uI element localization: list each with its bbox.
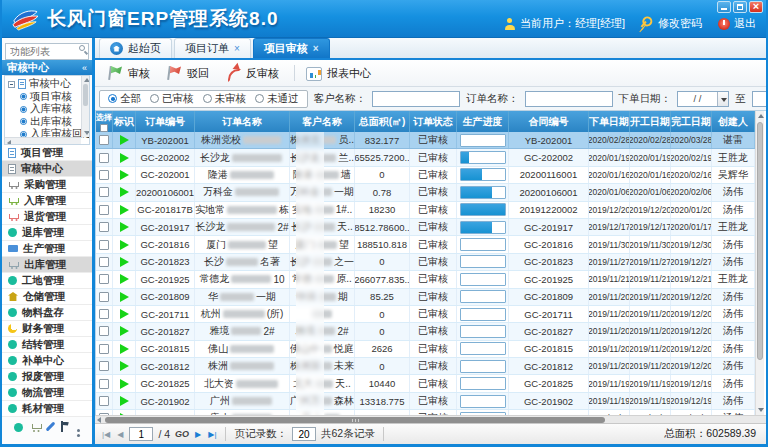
tree-scroll-thumb[interactable]	[83, 84, 88, 106]
scroll-left-icon[interactable]	[97, 417, 101, 423]
row-checkbox[interactable]	[99, 170, 109, 180]
row-checkbox[interactable]	[99, 205, 109, 215]
reports-button[interactable]: 报表中心	[302, 63, 379, 83]
table-row[interactable]: GC-202002长沙龙长沙龙兰..65525.7200..已审核GC-2020…	[96, 149, 755, 166]
sidebar-item-仓储管理[interactable]: 仓储管理	[2, 289, 92, 305]
go-button[interactable]: GO	[175, 429, 189, 439]
maximize-icon[interactable]	[733, 1, 747, 13]
table-row[interactable]: GC-201827雅境2#雅境2#0已审核GC-2018272019/11/20…	[96, 323, 755, 340]
grid-scroll-thumb[interactable]	[757, 122, 763, 360]
sidebar-item-审核中心[interactable]: 审核中心	[2, 161, 92, 177]
tree-horizontal-scrollbar[interactable]	[5, 137, 81, 144]
table-row[interactable]: YB-202001株洲党校株洲党员..832.177已审核YB-20200120…	[96, 132, 755, 149]
sidebar-item-报废管理[interactable]: 报废管理	[2, 369, 92, 385]
footer-edit-pen-icon[interactable]	[49, 418, 52, 436]
minimize-icon[interactable]	[717, 1, 731, 13]
tree-collapse-icon[interactable]	[8, 81, 15, 88]
scroll-down-icon[interactable]	[758, 408, 764, 412]
grid-hscroll-thumb[interactable]	[105, 417, 605, 423]
table-row[interactable]: GC-201812株洲株洲国未来0已审核GC-2018122019/11/202…	[96, 358, 755, 375]
row-checkbox[interactable]	[99, 292, 109, 302]
sidebar-item-出库管理[interactable]: 出库管理	[2, 257, 92, 273]
row-checkbox[interactable]	[99, 326, 109, 336]
sidebar-item-财务管理[interactable]: 财务管理	[2, 321, 92, 337]
next-page-button[interactable]	[194, 430, 202, 439]
sidebar-item-入库管理[interactable]: 入库管理	[2, 193, 92, 209]
footer-purchase-cart-icon[interactable]	[31, 418, 42, 436]
table-row[interactable]: GC-201816厦门望厦门望188510.818已审核GC-201816201…	[96, 236, 755, 253]
row-checkbox[interactable]	[99, 240, 109, 250]
table-row[interactable]: 20200106001万科金万科金一期0.78已审核20200106001202…	[96, 184, 755, 201]
tree-item-出库审核[interactable]: 出库审核	[8, 116, 80, 129]
tree-item-入库审核[interactable]: 入库审核	[8, 103, 80, 116]
prev-page-button[interactable]	[116, 430, 124, 439]
footer-more-icon[interactable]	[77, 418, 80, 436]
order-date-from-picker[interactable]: / /	[677, 91, 729, 107]
tab-orders[interactable]: 项目订单×	[174, 38, 251, 58]
radio-未通过[interactable]: 未通过	[255, 92, 299, 106]
sidebar-item-退库管理[interactable]: 退库管理	[2, 225, 92, 241]
close-icon[interactable]	[749, 1, 763, 13]
customer-name-input[interactable]	[372, 91, 460, 107]
table-row[interactable]: GC-201823长沙名著长沙之一0已审核GC-2018232019/11/27…	[96, 254, 755, 271]
table-row[interactable]: GC-201815佛山佛山中悦庭2626已审核GC-2018152019/11/…	[96, 341, 755, 358]
reject-button[interactable]: 驳回	[162, 63, 217, 83]
logout-button[interactable]: 退出	[718, 16, 756, 31]
table-row[interactable]: GC-202001隆港隆港墙0已审核202001160012020/01/162…	[96, 167, 755, 184]
scroll-up-icon[interactable]	[84, 78, 90, 82]
tree-root-item[interactable]: 审核中心	[8, 78, 80, 91]
tab-close-icon[interactable]: ×	[234, 44, 240, 54]
audit-button[interactable]: 审核	[103, 63, 158, 83]
table-row[interactable]: GC-201825北大资北大天..10440已审核GC-2018252019/1…	[96, 375, 755, 392]
table-row[interactable]: GC-201809华一期华润期85.25已审核GC-2018092019/11/…	[96, 289, 755, 306]
sidebar-panel-header[interactable]: 审核中心 «	[2, 60, 92, 75]
last-page-button[interactable]	[207, 430, 217, 439]
calendar-dropdown-icon[interactable]	[717, 92, 728, 106]
radio-已审核[interactable]: 已审核	[150, 92, 194, 106]
tree-item-项目审核[interactable]: 项目审核	[8, 91, 80, 104]
page-number-input[interactable]	[129, 427, 153, 441]
row-checkbox[interactable]	[99, 187, 109, 197]
scroll-up-icon[interactable]	[758, 114, 764, 118]
row-checkbox[interactable]	[99, 153, 109, 163]
sidebar-item-结转管理[interactable]: 结转管理	[2, 337, 92, 353]
row-checkbox[interactable]	[99, 309, 109, 319]
row-checkbox[interactable]	[99, 274, 109, 284]
search-icon[interactable]	[79, 45, 85, 51]
footer-site-flag-icon[interactable]	[60, 418, 69, 436]
row-checkbox[interactable]	[99, 379, 109, 389]
sidebar-item-生产管理[interactable]: 生产管理	[2, 241, 92, 257]
footer-audit-circle-icon[interactable]	[14, 418, 23, 436]
order-name-input[interactable]	[525, 91, 613, 107]
tab-home[interactable]: 起始页	[99, 38, 172, 58]
row-checkbox[interactable]	[99, 135, 109, 145]
order-date-to-picker[interactable]: / /	[752, 91, 767, 107]
function-search-input[interactable]	[5, 43, 89, 60]
scroll-left-icon[interactable]	[7, 140, 11, 146]
row-checkbox[interactable]	[99, 396, 109, 406]
sidebar-item-工地管理[interactable]: 工地管理	[2, 273, 92, 289]
tree-vertical-scrollbar[interactable]	[81, 76, 89, 137]
table-row[interactable]: GC-201711杭州(所)0已审核GC-2017112019/11/20201…	[96, 306, 755, 323]
row-checkbox[interactable]	[99, 344, 109, 354]
row-checkbox[interactable]	[99, 257, 109, 267]
tab-audit[interactable]: 项目审核×	[253, 38, 330, 58]
row-checkbox[interactable]	[99, 361, 109, 371]
select-all-checkbox[interactable]	[100, 124, 108, 132]
sidebar-item-采购管理[interactable]: 采购管理	[2, 177, 92, 193]
table-row[interactable]: GC-201917长沙龙2#长沙天..8512.78600..已审核GC-201…	[96, 219, 755, 236]
grid-vertical-scrollbar[interactable]	[755, 111, 764, 415]
sidebar-item-耗材管理[interactable]: 耗材管理	[2, 401, 92, 417]
table-row[interactable]: GC-201817B实地常栋实地1#..18230已审核201912200022…	[96, 202, 755, 219]
radio-未审核[interactable]: 未审核	[203, 92, 247, 106]
sidebar-item-补单中心[interactable]: 补单中心	[2, 353, 92, 369]
sidebar-item-物流管理[interactable]: 物流管理	[2, 385, 92, 401]
sidebar-item-物料盘存[interactable]: 物料盘存	[2, 305, 92, 321]
collapse-icon[interactable]: «	[82, 63, 87, 73]
scroll-down-icon[interactable]	[84, 131, 90, 135]
change-password-button[interactable]: 修改密码	[641, 16, 702, 31]
tab-close-icon[interactable]: ×	[313, 44, 319, 54]
table-row[interactable]: GC-201902广州广州万森林13318.775已审核GC-201902201…	[96, 393, 755, 410]
sidebar-item-退货管理[interactable]: 退货管理	[2, 209, 92, 225]
row-checkbox[interactable]	[99, 222, 109, 232]
